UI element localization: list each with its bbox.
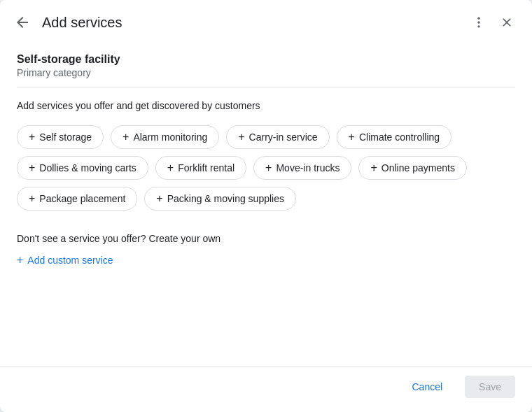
service-chip-carry-in-service[interactable]: +Carry-in service bbox=[226, 125, 329, 149]
service-chip-dollies-moving-carts[interactable]: +Dollies & moving carts bbox=[17, 156, 148, 180]
services-grid: +Self storage+Alarm monitoring+Carry-in … bbox=[17, 125, 515, 211]
dialog-footer: Cancel Save bbox=[0, 367, 532, 412]
plus-icon: + bbox=[370, 162, 377, 173]
plus-icon: + bbox=[167, 162, 174, 173]
primary-category: Primary category bbox=[17, 67, 515, 78]
service-chip-alarm-monitoring[interactable]: +Alarm monitoring bbox=[111, 125, 219, 149]
service-label: Online payments bbox=[382, 162, 455, 173]
header-actions bbox=[468, 11, 518, 34]
service-chip-packing-moving-supplies[interactable]: +Packing & moving supplies bbox=[144, 187, 296, 211]
dialog-content: Self-storage facility Primary category A… bbox=[0, 42, 532, 367]
custom-service-section: Don't see a service you offer? Create yo… bbox=[17, 233, 515, 269]
service-label: Packing & moving supplies bbox=[167, 193, 284, 204]
facility-name: Self-storage facility bbox=[17, 53, 515, 66]
service-label: Dollies & moving carts bbox=[39, 162, 136, 173]
plus-icon: + bbox=[265, 162, 272, 173]
svg-point-0 bbox=[477, 17, 479, 20]
service-chip-forklift-rental[interactable]: +Forklift rental bbox=[155, 156, 246, 180]
service-label: Alarm monitoring bbox=[133, 132, 207, 143]
svg-point-2 bbox=[477, 25, 479, 27]
service-label: Carry-in service bbox=[249, 132, 318, 143]
service-chip-self-storage[interactable]: +Self storage bbox=[17, 125, 104, 149]
dialog-header: Add services bbox=[0, 0, 532, 42]
save-button: Save bbox=[465, 376, 515, 398]
cancel-button[interactable]: Cancel bbox=[398, 376, 456, 398]
back-button[interactable] bbox=[11, 11, 34, 34]
add-services-dialog: Add services Self-storage facility Prima… bbox=[0, 0, 532, 412]
add-custom-service-button[interactable]: + Add custom service bbox=[17, 251, 113, 269]
plus-icon: + bbox=[238, 132, 244, 143]
plus-icon: + bbox=[29, 193, 35, 204]
more-options-button[interactable] bbox=[468, 11, 490, 34]
service-label: Forklift rental bbox=[178, 162, 234, 173]
plus-icon: + bbox=[122, 132, 129, 143]
custom-service-hint: Don't see a service you offer? Create yo… bbox=[17, 233, 515, 244]
service-label: Move-in trucks bbox=[276, 162, 340, 173]
service-label: Self storage bbox=[39, 132, 92, 143]
service-label: Package placement bbox=[39, 193, 125, 204]
svg-point-1 bbox=[477, 21, 479, 23]
dialog-title: Add services bbox=[42, 15, 468, 31]
plus-icon: + bbox=[29, 162, 35, 173]
plus-icon: + bbox=[156, 193, 162, 204]
subtitle: Add services you offer and get discovere… bbox=[17, 100, 515, 111]
plus-icon: + bbox=[349, 132, 355, 143]
service-chip-move-in-trucks[interactable]: +Move-in trucks bbox=[253, 156, 351, 180]
service-chip-package-placement[interactable]: +Package placement bbox=[17, 187, 137, 211]
service-chip-climate-controlling[interactable]: +Climate controlling bbox=[337, 125, 452, 149]
service-chip-online-payments[interactable]: +Online payments bbox=[358, 156, 466, 180]
add-custom-service-label: Add custom service bbox=[27, 255, 113, 266]
close-button[interactable] bbox=[496, 11, 518, 34]
plus-icon: + bbox=[17, 254, 23, 267]
divider bbox=[17, 87, 515, 87]
service-label: Climate controlling bbox=[359, 132, 440, 143]
plus-icon: + bbox=[29, 132, 35, 143]
